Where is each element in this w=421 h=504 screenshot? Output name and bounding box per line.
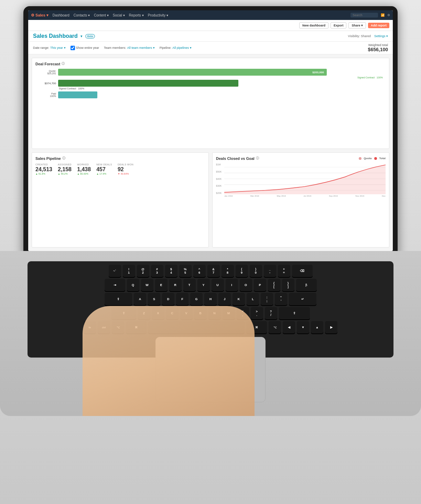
- settings-icon: ⚙: [387, 13, 390, 17]
- key-2[interactable]: @2: [137, 265, 149, 277]
- nav-content[interactable]: Content ▾: [94, 13, 109, 17]
- forecast-bar-1: $203,000: [58, 69, 327, 76]
- pipeline-value[interactable]: All pipelines ▾: [172, 46, 192, 50]
- x-label-mar: Mar 2016: [250, 195, 259, 197]
- key-y[interactable]: Y: [197, 279, 210, 291]
- visibility-label: Visibility: Shared: [348, 34, 371, 38]
- new-dashboard-button[interactable]: New dashboard: [299, 22, 328, 29]
- nav-productivity[interactable]: Productivity ▾: [148, 13, 168, 17]
- key-4[interactable]: $4: [165, 265, 177, 277]
- legend-quota: Quota: [359, 157, 371, 160]
- key-9[interactable]: (9: [236, 265, 248, 277]
- key-backslash[interactable]: |\: [296, 279, 317, 291]
- key-1[interactable]: !1: [123, 265, 135, 277]
- forecast-label-2: $374,700: [35, 82, 56, 85]
- action-bar: New dashboard Export Share ▾ Add report: [28, 20, 393, 31]
- key-3[interactable]: #3: [151, 265, 163, 277]
- key-g[interactable]: G: [190, 293, 203, 305]
- key-backspace[interactable]: ⌫: [292, 265, 313, 277]
- key-tab[interactable]: ⇥: [105, 279, 125, 291]
- key-shift-right[interactable]: ⇧: [279, 307, 310, 319]
- key-0[interactable]: )0: [250, 265, 262, 277]
- key-semicolon[interactable]: :;: [261, 293, 273, 305]
- key-r[interactable]: R: [169, 279, 182, 291]
- sales-pipeline-info-icon[interactable]: ⓘ: [62, 156, 65, 161]
- key-t[interactable]: T: [183, 279, 196, 291]
- show-entire-year-checkbox[interactable]: [71, 46, 75, 50]
- key-e[interactable]: E: [155, 279, 168, 291]
- key-h[interactable]: H: [204, 293, 217, 305]
- stat-assigned: ASSIGNED 2,158 ▲ 49.2%: [58, 163, 72, 175]
- key-w[interactable]: W: [141, 279, 153, 291]
- share-button[interactable]: Share ▾: [348, 22, 366, 29]
- key-row-2: ⇥ Q W E R T Y U I O P {[ }] |\: [31, 279, 390, 291]
- key-enter[interactable]: ↵: [289, 293, 316, 305]
- key-bracket-l[interactable]: {[: [268, 279, 280, 291]
- hubspot-logo: ⚙ Sales ▾: [31, 13, 48, 18]
- hubspot-ui: ⚙ Sales ▾ Dashboard Contacts ▾ Content ▾…: [28, 10, 393, 251]
- key-7[interactable]: &7: [207, 265, 220, 277]
- export-button[interactable]: Export: [331, 22, 347, 29]
- key-option-right[interactable]: ⌥: [269, 321, 281, 333]
- nav-reports[interactable]: Reports ▾: [129, 13, 144, 17]
- chart-wrapper: $1M $50K $40K $30K $20K: [216, 163, 386, 197]
- key-a[interactable]: A: [134, 293, 146, 305]
- nav-social[interactable]: Social ▾: [113, 13, 125, 17]
- key-6[interactable]: ^6: [193, 265, 206, 277]
- key-minus[interactable]: _-: [264, 265, 276, 277]
- deals-closed-info-icon[interactable]: ⓘ: [256, 156, 259, 161]
- key-arrow-up[interactable]: ▲: [311, 321, 323, 333]
- deal-forecast-info-icon[interactable]: ⓘ: [62, 62, 65, 66]
- stat-new-deals-label: NEW DEALS: [96, 163, 112, 166]
- key-p[interactable]: P: [254, 279, 266, 291]
- key-f[interactable]: F: [176, 293, 188, 305]
- x-label-dec: Dec: [382, 195, 386, 197]
- search-input[interactable]: [350, 13, 378, 18]
- date-range-value[interactable]: This year ▾: [50, 46, 66, 50]
- key-i[interactable]: I: [226, 279, 238, 291]
- screen-bezel: ⚙ Sales ▾ Dashboard Contacts ▾ Content ▾…: [28, 10, 393, 251]
- deals-closed-title: Deals Closed vs Goal ⓘ Quota Total: [216, 156, 386, 161]
- key-5[interactable]: %5: [179, 265, 192, 277]
- main-content: Deal Forecast ⓘ Quote: $25,201: [28, 54, 393, 251]
- nav-contacts[interactable]: Contacts ▾: [74, 13, 90, 17]
- key-l[interactable]: L: [247, 293, 259, 305]
- deal-forecast-title: Deal Forecast ⓘ: [35, 62, 386, 66]
- add-report-button[interactable]: Add report: [368, 23, 389, 28]
- key-k[interactable]: K: [233, 293, 245, 305]
- key-tilde[interactable]: ~`: [109, 265, 121, 277]
- y-label-1m: $1M: [216, 163, 222, 166]
- forecast-bar-3: [58, 91, 97, 98]
- y-labels: $1M $50K $40K $30K $20K: [216, 163, 222, 194]
- key-u[interactable]: U: [212, 279, 224, 291]
- key-s[interactable]: S: [148, 293, 160, 305]
- stat-assigned-value: 2,158: [58, 166, 72, 173]
- dashboard-title-arrow[interactable]: ▾: [80, 34, 83, 39]
- key-arrow-right[interactable]: ▶: [325, 321, 337, 333]
- key-quote[interactable]: "': [275, 293, 287, 305]
- key-slash[interactable]: ?/: [265, 307, 277, 319]
- x-label-jul: Jul 2016: [303, 195, 311, 197]
- forecast-bar-container-3: [58, 91, 386, 98]
- stat-created-change: ▲ 91.6%: [35, 173, 52, 175]
- key-arrow-left[interactable]: ◀: [283, 321, 295, 333]
- key-8[interactable]: *8: [222, 265, 234, 277]
- x-label-may: May 2016: [277, 195, 286, 197]
- team-members-value[interactable]: All team members ▾: [127, 46, 155, 50]
- key-d[interactable]: D: [162, 293, 174, 305]
- key-o[interactable]: O: [240, 279, 252, 291]
- stat-created-value: 24,513: [35, 166, 52, 173]
- forecast-sub-label-2: Signed Contract 100%: [59, 87, 84, 90]
- nav-dashboard[interactable]: Dashboard: [53, 13, 69, 17]
- key-arrow-down[interactable]: ▼: [297, 321, 309, 333]
- key-j[interactable]: J: [218, 293, 231, 305]
- key-equals[interactable]: +=: [278, 265, 290, 277]
- settings-link[interactable]: Settings ▾: [374, 34, 388, 38]
- forecast-row-2: $374,700 Signed Contract 100%: [35, 80, 386, 87]
- key-q[interactable]: Q: [127, 279, 139, 291]
- key-period[interactable]: >.: [251, 307, 263, 319]
- x-label-nov: Nov 2016: [355, 195, 364, 197]
- key-caps[interactable]: ⇪: [105, 293, 132, 305]
- key-row-3: ⇪ A S D F G H J K L :; "' ↵: [31, 293, 390, 305]
- key-bracket-r[interactable]: }]: [282, 279, 294, 291]
